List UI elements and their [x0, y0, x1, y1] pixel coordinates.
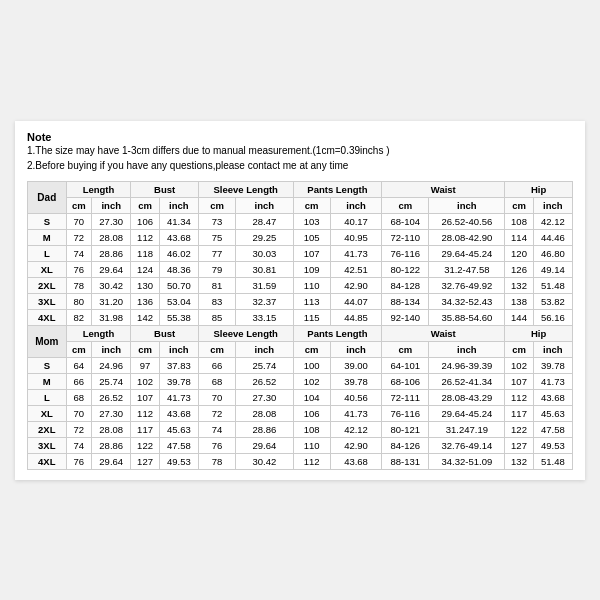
cell-9: 28.08-43.29 — [429, 389, 505, 405]
cell-8: 92-140 — [382, 309, 429, 325]
size-table: DadLengthBustSleeve LengthPants LengthWa… — [27, 181, 573, 470]
cell-6: 102 — [293, 373, 330, 389]
cell-1: 28.86 — [92, 245, 131, 261]
cell-5: 26.52 — [236, 373, 293, 389]
cell-10: 107 — [505, 373, 533, 389]
cell-2: 117 — [131, 421, 159, 437]
cell-6: 110 — [293, 437, 330, 453]
cell-11: 42.12 — [533, 213, 572, 229]
cell-5: 28.08 — [236, 405, 293, 421]
cell-7: 42.90 — [330, 277, 381, 293]
cell-11: 49.14 — [533, 261, 572, 277]
cell-7: 39.78 — [330, 373, 381, 389]
cell-3: 43.68 — [159, 229, 198, 245]
cell-10: 132 — [505, 453, 533, 469]
cell-11: 49.53 — [533, 437, 572, 453]
cell-0: 64 — [66, 357, 92, 373]
cell-6: 100 — [293, 357, 330, 373]
note-line-2: 2.Before buying if you have any question… — [27, 158, 573, 173]
cell-1: 31.20 — [92, 293, 131, 309]
cell-7: 44.07 — [330, 293, 381, 309]
cell-4: 72 — [198, 405, 235, 421]
subheader-2: cm — [131, 341, 159, 357]
cell-11: 43.68 — [533, 389, 572, 405]
cell-10: 126 — [505, 261, 533, 277]
cell-8: 68-106 — [382, 373, 429, 389]
cell-3: 47.58 — [159, 437, 198, 453]
cell-3: 55.38 — [159, 309, 198, 325]
size-label: L — [28, 389, 67, 405]
cell-1: 29.64 — [92, 261, 131, 277]
cell-2: 127 — [131, 453, 159, 469]
size-label: 4XL — [28, 453, 67, 469]
cell-8: 84-126 — [382, 437, 429, 453]
subheader-10: cm — [505, 197, 533, 213]
cell-6: 109 — [293, 261, 330, 277]
cell-7: 42.51 — [330, 261, 381, 277]
cell-4: 68 — [198, 373, 235, 389]
cell-4: 74 — [198, 421, 235, 437]
cell-4: 78 — [198, 453, 235, 469]
cell-5: 30.42 — [236, 453, 293, 469]
cell-7: 41.73 — [330, 245, 381, 261]
cell-2: 124 — [131, 261, 159, 277]
col-group-hip: Hip — [505, 181, 573, 197]
cell-8: 80-121 — [382, 421, 429, 437]
cell-6: 112 — [293, 453, 330, 469]
cell-4: 79 — [198, 261, 235, 277]
subheader-3: inch — [159, 197, 198, 213]
cell-10: 127 — [505, 437, 533, 453]
cell-10: 132 — [505, 277, 533, 293]
cell-1: 26.52 — [92, 389, 131, 405]
cell-3: 49.53 — [159, 453, 198, 469]
cell-11: 41.73 — [533, 373, 572, 389]
cell-1: 28.08 — [92, 229, 131, 245]
col-group-length: Length — [66, 325, 131, 341]
cell-7: 40.56 — [330, 389, 381, 405]
cell-4: 73 — [198, 213, 235, 229]
cell-3: 46.02 — [159, 245, 198, 261]
cell-8: 80-122 — [382, 261, 429, 277]
subheader-4: cm — [198, 341, 235, 357]
cell-8: 64-101 — [382, 357, 429, 373]
cell-2: 106 — [131, 213, 159, 229]
cell-5: 30.81 — [236, 261, 293, 277]
cell-5: 30.03 — [236, 245, 293, 261]
cell-1: 27.30 — [92, 213, 131, 229]
cell-4: 75 — [198, 229, 235, 245]
cell-9: 24.96-39.39 — [429, 357, 505, 373]
cell-0: 72 — [66, 229, 92, 245]
size-label: S — [28, 213, 67, 229]
cell-6: 110 — [293, 277, 330, 293]
subheader-11: inch — [533, 341, 572, 357]
cell-4: 81 — [198, 277, 235, 293]
cell-3: 39.78 — [159, 373, 198, 389]
size-label: M — [28, 229, 67, 245]
cell-0: 74 — [66, 437, 92, 453]
subheader-5: inch — [236, 341, 293, 357]
cell-1: 28.08 — [92, 421, 131, 437]
cell-3: 53.04 — [159, 293, 198, 309]
size-label: XL — [28, 405, 67, 421]
cell-5: 33.15 — [236, 309, 293, 325]
cell-9: 34.32-52.43 — [429, 293, 505, 309]
subheader-10: cm — [505, 341, 533, 357]
subheader-6: cm — [293, 341, 330, 357]
cell-10: 122 — [505, 421, 533, 437]
cell-3: 37.83 — [159, 357, 198, 373]
cell-8: 76-116 — [382, 405, 429, 421]
col-group-waist: Waist — [382, 181, 505, 197]
cell-8: 72-110 — [382, 229, 429, 245]
cell-9: 28.08-42.90 — [429, 229, 505, 245]
subheader-8: cm — [382, 341, 429, 357]
cell-2: 136 — [131, 293, 159, 309]
size-label: 4XL — [28, 309, 67, 325]
cell-3: 41.34 — [159, 213, 198, 229]
cell-3: 48.36 — [159, 261, 198, 277]
cell-0: 78 — [66, 277, 92, 293]
cell-4: 83 — [198, 293, 235, 309]
cell-10: 117 — [505, 405, 533, 421]
cell-5: 29.64 — [236, 437, 293, 453]
cell-6: 107 — [293, 245, 330, 261]
col-group-bust: Bust — [131, 325, 199, 341]
